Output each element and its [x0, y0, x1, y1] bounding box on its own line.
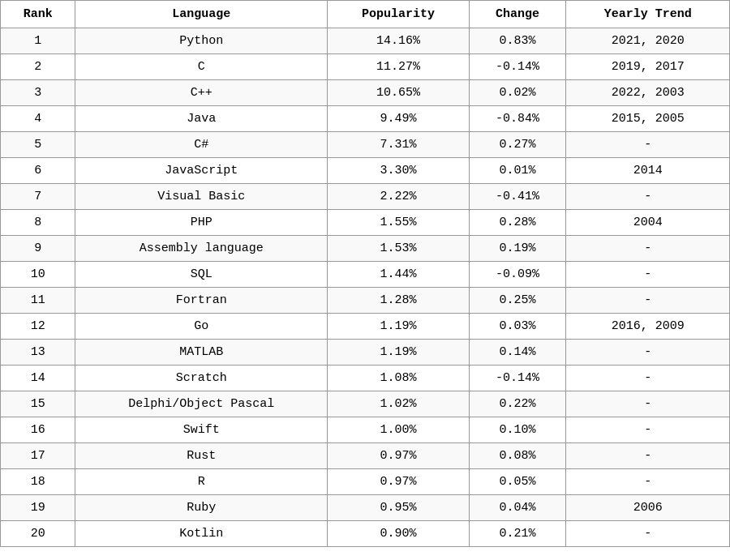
cell-trend: 2014 [566, 158, 730, 184]
cell-rank: 8 [1, 210, 75, 236]
cell-language: JavaScript [75, 158, 328, 184]
cell-language: Go [75, 314, 328, 340]
cell-popularity: 2.22% [328, 184, 469, 210]
cell-popularity: 1.00% [328, 417, 469, 443]
cell-trend: - [566, 184, 730, 210]
cell-change: -0.14% [469, 54, 566, 80]
cell-rank: 2 [1, 54, 75, 80]
cell-rank: 1 [1, 28, 75, 54]
cell-language: SQL [75, 262, 328, 288]
table-row: 17Rust0.97%0.08%- [1, 443, 730, 469]
cell-change: -0.09% [469, 262, 566, 288]
cell-rank: 19 [1, 495, 75, 521]
table-row: 14Scratch1.08%-0.14%- [1, 365, 730, 391]
table-row: 19Ruby0.95%0.04%2006 [1, 495, 730, 521]
cell-trend: - [566, 288, 730, 314]
cell-language: C [75, 54, 328, 80]
cell-change: 0.05% [469, 469, 566, 495]
cell-popularity: 0.97% [328, 469, 469, 495]
cell-change: 0.04% [469, 495, 566, 521]
cell-popularity: 3.30% [328, 158, 469, 184]
cell-trend: 2022, 2003 [566, 80, 730, 106]
cell-language: R [75, 469, 328, 495]
cell-rank: 20 [1, 521, 75, 547]
cell-popularity: 0.90% [328, 521, 469, 547]
cell-language: Fortran [75, 288, 328, 314]
cell-change: 0.10% [469, 417, 566, 443]
header-yearly-trend: Yearly Trend [566, 1, 730, 28]
cell-rank: 4 [1, 106, 75, 132]
cell-popularity: 9.49% [328, 106, 469, 132]
table-row: 5C#7.31%0.27%- [1, 132, 730, 158]
cell-language: C++ [75, 80, 328, 106]
cell-change: -0.41% [469, 184, 566, 210]
cell-language: Scratch [75, 365, 328, 391]
table-row: 18R0.97%0.05%- [1, 469, 730, 495]
cell-popularity: 1.53% [328, 236, 469, 262]
header-change: Change [469, 1, 566, 28]
table-row: 2C11.27%-0.14%2019, 2017 [1, 54, 730, 80]
table-row: 6JavaScript3.30%0.01%2014 [1, 158, 730, 184]
cell-trend: 2015, 2005 [566, 106, 730, 132]
cell-rank: 6 [1, 158, 75, 184]
cell-language: Rust [75, 443, 328, 469]
cell-trend: - [566, 236, 730, 262]
table-row: 3C++10.65%0.02%2022, 2003 [1, 80, 730, 106]
cell-popularity: 7.31% [328, 132, 469, 158]
cell-rank: 13 [1, 340, 75, 365]
cell-rank: 12 [1, 314, 75, 340]
cell-rank: 16 [1, 417, 75, 443]
cell-change: -0.84% [469, 106, 566, 132]
cell-change: 0.83% [469, 28, 566, 54]
cell-rank: 14 [1, 365, 75, 391]
cell-popularity: 1.55% [328, 210, 469, 236]
cell-trend: 2016, 2009 [566, 314, 730, 340]
table-row: 16Swift1.00%0.10%- [1, 417, 730, 443]
cell-trend: - [566, 132, 730, 158]
cell-trend: - [566, 340, 730, 365]
cell-language: C# [75, 132, 328, 158]
table-row: 10SQL1.44%-0.09%- [1, 262, 730, 288]
cell-change: 0.21% [469, 521, 566, 547]
table-row: 15Delphi/Object Pascal1.02%0.22%- [1, 391, 730, 417]
rankings-table: Rank Language Popularity Change Yearly T… [0, 0, 730, 547]
cell-rank: 18 [1, 469, 75, 495]
cell-popularity: 1.19% [328, 340, 469, 365]
cell-rank: 3 [1, 80, 75, 106]
cell-change: 0.14% [469, 340, 566, 365]
table-row: 13MATLAB1.19%0.14%- [1, 340, 730, 365]
cell-trend: 2004 [566, 210, 730, 236]
cell-language: PHP [75, 210, 328, 236]
cell-change: 0.03% [469, 314, 566, 340]
cell-change: 0.28% [469, 210, 566, 236]
table-row: 4Java9.49%-0.84%2015, 2005 [1, 106, 730, 132]
table-row: 20Kotlin0.90%0.21%- [1, 521, 730, 547]
table-row: 9Assembly language1.53%0.19%- [1, 236, 730, 262]
cell-change: -0.14% [469, 365, 566, 391]
cell-rank: 15 [1, 391, 75, 417]
cell-rank: 5 [1, 132, 75, 158]
cell-popularity: 10.65% [328, 80, 469, 106]
cell-popularity: 1.28% [328, 288, 469, 314]
header-rank: Rank [1, 1, 75, 28]
cell-trend: - [566, 521, 730, 547]
table-row: 12Go1.19%0.03%2016, 2009 [1, 314, 730, 340]
cell-popularity: 0.97% [328, 443, 469, 469]
cell-trend: - [566, 391, 730, 417]
cell-language: Python [75, 28, 328, 54]
main-container: Rank Language Popularity Change Yearly T… [0, 0, 730, 560]
cell-language: MATLAB [75, 340, 328, 365]
cell-language: Delphi/Object Pascal [75, 391, 328, 417]
cell-trend: - [566, 469, 730, 495]
cell-language: Kotlin [75, 521, 328, 547]
cell-rank: 10 [1, 262, 75, 288]
header-popularity: Popularity [328, 1, 469, 28]
cell-popularity: 1.44% [328, 262, 469, 288]
cell-change: 0.01% [469, 158, 566, 184]
table-row: 8PHP1.55%0.28%2004 [1, 210, 730, 236]
table-row: 1Python14.16%0.83%2021, 2020 [1, 28, 730, 54]
cell-change: 0.02% [469, 80, 566, 106]
cell-trend: - [566, 417, 730, 443]
cell-popularity: 1.19% [328, 314, 469, 340]
cell-change: 0.25% [469, 288, 566, 314]
